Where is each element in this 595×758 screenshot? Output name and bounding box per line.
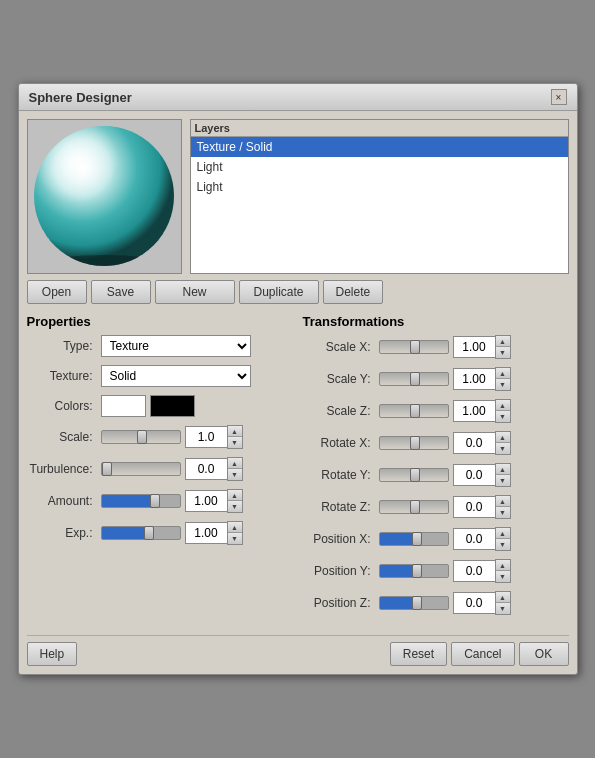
rotate-y-up-btn[interactable]: ▲ bbox=[496, 464, 510, 475]
exp-slider[interactable] bbox=[101, 526, 181, 540]
footer: Help Reset Cancel OK bbox=[27, 635, 569, 666]
position-x-slider[interactable] bbox=[379, 532, 449, 546]
rotate-z-up-btn[interactable]: ▲ bbox=[496, 496, 510, 507]
scale-y-slider[interactable] bbox=[379, 372, 449, 386]
scale-x-input[interactable] bbox=[453, 336, 495, 358]
position-x-input[interactable] bbox=[453, 528, 495, 550]
position-y-slider[interactable] bbox=[379, 564, 449, 578]
scale-x-up-btn[interactable]: ▲ bbox=[496, 336, 510, 347]
position-x-up-btn[interactable]: ▲ bbox=[496, 528, 510, 539]
rotate-y-slider[interactable] bbox=[379, 468, 449, 482]
scale-up-btn[interactable]: ▲ bbox=[228, 426, 242, 437]
scale-x-slider[interactable] bbox=[379, 340, 449, 354]
rotate-x-down-btn[interactable]: ▼ bbox=[496, 443, 510, 454]
position-z-down-btn[interactable]: ▼ bbox=[496, 603, 510, 614]
position-y-down-btn[interactable]: ▼ bbox=[496, 571, 510, 582]
rotate-z-down-btn[interactable]: ▼ bbox=[496, 507, 510, 518]
ok-button[interactable]: OK bbox=[519, 642, 569, 666]
type-dropdown[interactable]: Texture Light Background bbox=[101, 335, 251, 357]
rotate-y-input[interactable] bbox=[453, 464, 495, 486]
position-y-label: Position Y: bbox=[303, 564, 375, 578]
rotate-z-spinner-btns: ▲ ▼ bbox=[495, 495, 511, 519]
scale-z-up-btn[interactable]: ▲ bbox=[496, 400, 510, 411]
position-z-thumb[interactable] bbox=[412, 596, 422, 610]
footer-left: Help bbox=[27, 642, 78, 666]
cancel-button[interactable]: Cancel bbox=[451, 642, 514, 666]
exp-input[interactable] bbox=[185, 522, 227, 544]
rotate-x-up-btn[interactable]: ▲ bbox=[496, 432, 510, 443]
scale-down-btn[interactable]: ▼ bbox=[228, 437, 242, 448]
layer-item[interactable]: Light bbox=[191, 177, 568, 197]
delete-button[interactable]: Delete bbox=[323, 280, 384, 304]
scale-x-thumb[interactable] bbox=[410, 340, 420, 354]
amount-input[interactable] bbox=[185, 490, 227, 512]
duplicate-button[interactable]: Duplicate bbox=[239, 280, 319, 304]
scale-y-up-btn[interactable]: ▲ bbox=[496, 368, 510, 379]
turbulence-up-btn[interactable]: ▲ bbox=[228, 458, 242, 469]
new-button[interactable]: New bbox=[155, 280, 235, 304]
rotate-x-slider[interactable] bbox=[379, 436, 449, 450]
position-z-spinner-btns: ▲ ▼ bbox=[495, 591, 511, 615]
position-x-thumb[interactable] bbox=[412, 532, 422, 546]
turbulence-down-btn[interactable]: ▼ bbox=[228, 469, 242, 480]
rotate-x-input[interactable] bbox=[453, 432, 495, 454]
turbulence-slider[interactable] bbox=[101, 462, 181, 476]
position-y-up-btn[interactable]: ▲ bbox=[496, 560, 510, 571]
turbulence-slider-thumb[interactable] bbox=[102, 462, 112, 476]
amount-slider[interactable] bbox=[101, 494, 181, 508]
position-z-row: Position Z: ▲ ▼ bbox=[303, 591, 569, 615]
scale-y-input[interactable] bbox=[453, 368, 495, 390]
exp-down-btn[interactable]: ▼ bbox=[228, 533, 242, 544]
rotate-z-thumb[interactable] bbox=[410, 500, 420, 514]
amount-down-btn[interactable]: ▼ bbox=[228, 501, 242, 512]
scale-x-label: Scale X: bbox=[303, 340, 375, 354]
scale-y-thumb[interactable] bbox=[410, 372, 420, 386]
help-button[interactable]: Help bbox=[27, 642, 78, 666]
exp-up-btn[interactable]: ▲ bbox=[228, 522, 242, 533]
exp-slider-thumb[interactable] bbox=[144, 526, 154, 540]
reset-button[interactable]: Reset bbox=[390, 642, 447, 666]
colors-label: Colors: bbox=[27, 399, 97, 413]
scale-input[interactable] bbox=[185, 426, 227, 448]
open-button[interactable]: Open bbox=[27, 280, 87, 304]
amount-slider-thumb[interactable] bbox=[150, 494, 160, 508]
position-z-spinner: ▲ ▼ bbox=[453, 591, 511, 615]
scale-z-down-btn[interactable]: ▼ bbox=[496, 411, 510, 422]
amount-slider-container bbox=[101, 494, 181, 508]
position-z-slider[interactable] bbox=[379, 596, 449, 610]
close-button[interactable]: × bbox=[551, 89, 567, 105]
amount-up-btn[interactable]: ▲ bbox=[228, 490, 242, 501]
texture-dropdown[interactable]: Solid Gradient Image bbox=[101, 365, 251, 387]
turbulence-input[interactable] bbox=[185, 458, 227, 480]
rotate-z-input[interactable] bbox=[453, 496, 495, 518]
scale-z-input[interactable] bbox=[453, 400, 495, 422]
scale-z-thumb[interactable] bbox=[410, 404, 420, 418]
layer-item[interactable]: Light bbox=[191, 157, 568, 177]
scale-z-slider[interactable] bbox=[379, 404, 449, 418]
position-z-up-btn[interactable]: ▲ bbox=[496, 592, 510, 603]
scale-label: Scale: bbox=[27, 430, 97, 444]
layer-item[interactable]: Texture / Solid bbox=[191, 137, 568, 157]
position-x-spinner: ▲ ▼ bbox=[453, 527, 511, 551]
rotate-y-thumb[interactable] bbox=[410, 468, 420, 482]
rotate-x-thumb[interactable] bbox=[410, 436, 420, 450]
rotate-z-spinner: ▲ ▼ bbox=[453, 495, 511, 519]
scale-slider-thumb[interactable] bbox=[137, 430, 147, 444]
position-z-input[interactable] bbox=[453, 592, 495, 614]
scale-spinner: ▲ ▼ bbox=[185, 425, 243, 449]
rotate-z-slider[interactable] bbox=[379, 500, 449, 514]
rotate-y-down-btn[interactable]: ▼ bbox=[496, 475, 510, 486]
transformations-title: Transformations bbox=[303, 314, 569, 329]
color-swatch-secondary[interactable] bbox=[150, 395, 195, 417]
scale-y-down-btn[interactable]: ▼ bbox=[496, 379, 510, 390]
save-button[interactable]: Save bbox=[91, 280, 151, 304]
rotate-x-spinner: ▲ ▼ bbox=[453, 431, 511, 455]
layers-header: Layers bbox=[191, 120, 568, 137]
position-y-thumb[interactable] bbox=[412, 564, 422, 578]
scale-slider[interactable] bbox=[101, 430, 181, 444]
turbulence-spinner-btns: ▲ ▼ bbox=[227, 457, 243, 481]
position-x-down-btn[interactable]: ▼ bbox=[496, 539, 510, 550]
color-swatch-primary[interactable] bbox=[101, 395, 146, 417]
position-y-input[interactable] bbox=[453, 560, 495, 582]
scale-x-down-btn[interactable]: ▼ bbox=[496, 347, 510, 358]
